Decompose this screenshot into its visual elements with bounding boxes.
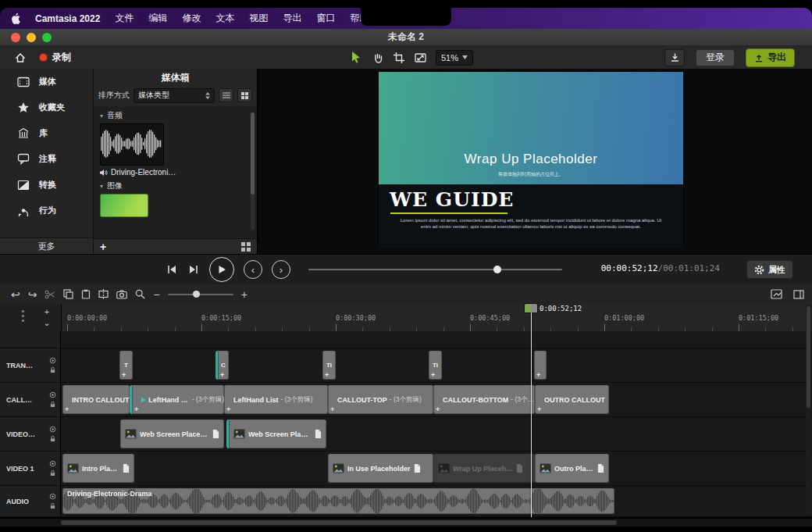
apple-menu-icon[interactable]: [11, 12, 20, 24]
media-item-audio-thumb[interactable]: [100, 123, 164, 166]
track-toggle-icon[interactable]: [49, 426, 56, 433]
timeline-ruler[interactable]: 0:00:00;000:00:15;000:00:30;000:00:45;00…: [61, 304, 812, 331]
track-lane[interactable]: +INTRO CALLOUT+▶LeftHand List- (3个剪辑)+Le…: [61, 383, 812, 416]
media-bin-scrollbar[interactable]: [251, 112, 255, 230]
app-menu-title[interactable]: Camtasia 2022: [35, 13, 100, 24]
add-track-button[interactable]: +: [41, 307, 53, 317]
sidebar-item-annotations[interactable]: 注释: [0, 146, 93, 172]
jump-forward-button[interactable]: ›: [272, 260, 290, 279]
timeline-clip[interactable]: Intro Placeh…: [62, 454, 134, 483]
thumbnail-size-button[interactable]: [241, 242, 251, 252]
menu-item-export[interactable]: 导出: [283, 12, 301, 25]
track-header[interactable]: VIDEO 1: [0, 452, 61, 485]
cut-button[interactable]: [45, 289, 55, 300]
scrubber-thumb[interactable]: [493, 266, 501, 273]
sidebar-item-media[interactable]: 媒体: [0, 69, 93, 95]
zoom-search-button[interactable]: [135, 289, 145, 299]
list-view-button[interactable]: [219, 88, 233, 102]
collapse-tracks-button[interactable]: ⌄: [41, 318, 53, 328]
paste-button[interactable]: [81, 289, 91, 299]
panel-toggle-button[interactable]: [793, 290, 804, 299]
track-toggle-icon[interactable]: [49, 493, 56, 500]
lock-icon[interactable]: [49, 366, 56, 373]
download-button[interactable]: [664, 49, 685, 66]
login-button[interactable]: 登录: [696, 49, 735, 66]
track-header[interactable]: VIDEO…: [0, 417, 61, 451]
sidebar-item-behaviors[interactable]: 行为: [0, 198, 93, 223]
zoom-level-select[interactable]: 51%: [436, 50, 473, 66]
track-toggle-icon[interactable]: [49, 460, 56, 467]
timeline-clip[interactable]: Web Screen Placeh…: [120, 420, 224, 448]
undo-button[interactable]: ↩: [11, 288, 20, 301]
split-button[interactable]: [98, 289, 109, 299]
crop-tool-icon[interactable]: [393, 52, 405, 64]
timeline-clip[interactable]: +LeftHand List- (3个剪辑): [224, 385, 328, 414]
track-lane[interactable]: Web Screen Placeh…Web Screen Place…: [61, 417, 812, 451]
cursor-tool-icon[interactable]: [350, 51, 363, 64]
redo-button[interactable]: ↪: [28, 288, 37, 301]
timeline-clip[interactable]: Outro Plac…: [535, 454, 609, 483]
timeline-clip[interactable]: +C: [215, 351, 229, 380]
track-header[interactable]: AUDIO: [0, 486, 61, 516]
jump-back-button[interactable]: ‹: [244, 260, 262, 279]
export-button[interactable]: 导出: [746, 48, 795, 67]
track-header[interactable]: CALL…: [0, 383, 61, 416]
properties-button[interactable]: 属性: [746, 260, 793, 279]
frame-export-button[interactable]: [771, 289, 782, 299]
record-button[interactable]: 录制: [39, 51, 71, 64]
track-toggle-icon[interactable]: [49, 357, 56, 364]
lock-icon[interactable]: [49, 502, 56, 509]
timeline-clip[interactable]: Web Screen Place…: [226, 420, 326, 448]
vscroll-thumb[interactable]: [807, 306, 810, 408]
sidebar-more-button[interactable]: 更多: [0, 237, 93, 254]
track-lane[interactable]: Driving-Electronic-Drama: [61, 486, 812, 516]
timeline-clip[interactable]: +T: [119, 351, 133, 380]
menu-item-modify[interactable]: 修改: [182, 12, 201, 25]
scrubber-slider[interactable]: [308, 269, 562, 270]
track-header[interactable]: TRAN…: [0, 348, 61, 382]
zoom-out-button[interactable]: −: [153, 288, 159, 301]
timeline-clip[interactable]: In Use Placeholder: [328, 454, 433, 483]
add-media-button[interactable]: +: [100, 241, 106, 252]
video-preview[interactable]: Wrap Up Placeholder 将媒体拖到时间轴的占位符上。 WE GU…: [379, 72, 683, 242]
next-frame-button[interactable]: [187, 263, 200, 276]
camera-button[interactable]: [116, 290, 127, 299]
pan-tool-icon[interactable]: [372, 52, 384, 64]
timeline-clip[interactable]: +CALLOUT-BOTTOM- (3个…: [433, 385, 535, 414]
timeline-clip[interactable]: +OUTRO CALLOUT: [535, 385, 609, 414]
hscroll-thumb[interactable]: [61, 520, 617, 525]
playhead-head[interactable]: [525, 304, 537, 312]
play-button[interactable]: [209, 257, 234, 282]
section-audio[interactable]: ▾ 音频: [100, 109, 251, 122]
home-icon[interactable]: [14, 52, 27, 64]
track-toggle-icon[interactable]: [49, 391, 56, 398]
canvas-stage[interactable]: Wrap Up Placeholder 将媒体拖到时间轴的占位符上。 WE GU…: [258, 69, 812, 254]
media-item-image-thumb[interactable]: [100, 194, 148, 217]
zoom-in-button[interactable]: +: [241, 288, 248, 301]
scale-tool-icon[interactable]: [414, 52, 427, 64]
timeline-zoom-slider[interactable]: [168, 294, 233, 295]
menu-item-text[interactable]: 文本: [215, 12, 234, 25]
menu-item-edit[interactable]: 编辑: [148, 12, 167, 25]
timeline-clip[interactable]: Driving-Electronic-Drama: [62, 488, 614, 514]
timeline-clip[interactable]: +: [534, 351, 547, 380]
sidebar-item-library[interactable]: 库: [0, 120, 93, 146]
menu-item-view[interactable]: 视图: [249, 12, 268, 25]
track-lane[interactable]: +T+C+TI+TI+: [61, 348, 812, 382]
zoom-slider-thumb[interactable]: [193, 291, 200, 298]
timeline-hscrollbar[interactable]: [0, 519, 812, 527]
copy-button[interactable]: [63, 289, 73, 299]
previous-frame-button[interactable]: [166, 263, 178, 276]
lock-icon[interactable]: [49, 470, 56, 477]
menu-item-file[interactable]: 文件: [115, 12, 134, 25]
lock-icon[interactable]: [49, 401, 56, 408]
sort-select[interactable]: 媒体类型: [134, 88, 215, 103]
timeline-clip[interactable]: +TI: [429, 351, 442, 380]
lock-icon[interactable]: [49, 435, 56, 442]
timeline-clip[interactable]: +▶LeftHand List- (3个剪辑): [130, 385, 224, 414]
menu-item-window[interactable]: 窗口: [316, 12, 335, 25]
grid-view-button[interactable]: [237, 88, 252, 102]
track-lane[interactable]: Intro Placeh…In Use PlaceholderWrap Up P…: [61, 452, 812, 485]
timeline-clip[interactable]: +TI: [322, 351, 336, 380]
sidebar-item-transitions[interactable]: 转换: [0, 172, 93, 198]
